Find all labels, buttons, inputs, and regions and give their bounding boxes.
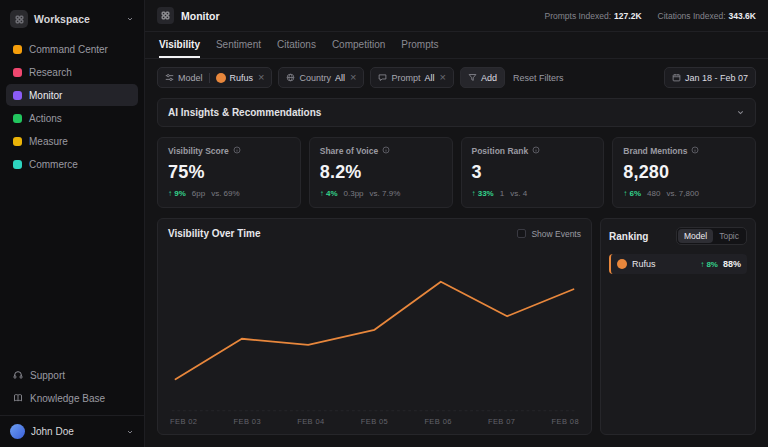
brand-mentions-card: Brand Mentions 8,280 ↑ 6% 480 vs. 7,800	[612, 137, 756, 208]
command-center-icon	[13, 45, 22, 54]
chevron-down-icon	[126, 15, 134, 23]
position-rank-card: Position Rank 3 ↑ 33% 1 vs. 4	[461, 137, 605, 208]
info-icon[interactable]	[691, 146, 699, 156]
book-icon	[13, 393, 23, 403]
country-filter-value: All	[335, 73, 345, 83]
remove-model-filter-icon[interactable]: ×	[258, 72, 264, 83]
add-filter-button[interactable]: Add	[460, 67, 505, 88]
delta-vs-value: vs. 69%	[211, 189, 239, 198]
sliders-icon	[165, 73, 174, 82]
card-value: 3	[472, 162, 594, 183]
delta-up-value: ↑ 6%	[623, 189, 641, 198]
prompts-indexed-stat: Prompts Indexed:127.2K	[544, 11, 641, 21]
tab-visibility[interactable]: Visibility	[159, 32, 200, 58]
stat-cards: Visibility Score 75% ↑ 9% 6pp vs. 69% Sh…	[157, 137, 756, 208]
chart-x-labels: FEB 02FEB 03FEB 04FEB 05FEB 06FEB 07FEB …	[168, 413, 581, 428]
model-filter-chip[interactable]: Model Rufus ×	[157, 67, 272, 88]
workspace-switcher[interactable]: Workspace	[0, 8, 144, 38]
visibility-score-card: Visibility Score 75% ↑ 9% 6pp vs. 69%	[157, 137, 301, 208]
delta-abs-value: 480	[647, 189, 660, 198]
app-root: Workspace Command Center Research Monito…	[0, 0, 768, 447]
sidebar-item-support[interactable]: Support	[6, 364, 138, 386]
page-header: Monitor Prompts Indexed:127.2K Citations…	[145, 0, 768, 32]
show-events-checkbox[interactable]	[517, 229, 526, 238]
delta-vs-value: vs. 4	[510, 189, 527, 198]
user-name: John Doe	[31, 426, 120, 437]
knowledge-base-label: Knowledge Base	[30, 393, 105, 404]
sidebar-item-label: Monitor	[29, 90, 62, 101]
ranking-item-name: Rufus	[632, 259, 695, 269]
show-events-label: Show Events	[531, 229, 581, 239]
card-title: Position Rank	[472, 146, 529, 156]
card-delta: ↑ 9% 6pp vs. 69%	[168, 189, 290, 198]
ranking-toggle: Model Topic	[676, 227, 747, 245]
show-events-toggle[interactable]: Show Events	[517, 229, 581, 239]
divider	[209, 73, 210, 83]
avatar	[10, 424, 25, 439]
tab-citations[interactable]: Citations	[277, 32, 316, 58]
tab-prompts[interactable]: Prompts	[401, 32, 438, 58]
line-chart-svg	[168, 245, 581, 413]
bottom-row: Visibility Over Time Show Events FEB 02F…	[157, 218, 756, 435]
rufus-brand-icon	[216, 73, 226, 83]
chart-title: Visibility Over Time	[168, 228, 260, 239]
chat-icon	[378, 73, 387, 82]
x-axis-label: FEB 06	[424, 417, 451, 426]
card-delta: ↑ 6% 480 vs. 7,800	[623, 189, 745, 198]
card-title: Brand Mentions	[623, 146, 687, 156]
country-filter-chip[interactable]: Country All ×	[278, 67, 364, 88]
tab-competition[interactable]: Competition	[332, 32, 385, 58]
sidebar-item-measure[interactable]: Measure	[6, 130, 138, 152]
ai-insights-accordion[interactable]: AI Insights & Recommendations	[157, 98, 756, 127]
main-content: Monitor Prompts Indexed:127.2K Citations…	[145, 0, 768, 447]
sidebar-item-research[interactable]: Research	[6, 61, 138, 83]
card-value: 8.2%	[320, 162, 442, 183]
ranking-panel: Ranking Model Topic Rufus ↑ 8% 88%	[600, 218, 756, 435]
chevron-down-icon	[126, 428, 134, 436]
x-axis-label: FEB 07	[488, 417, 515, 426]
sidebar-item-command-center[interactable]: Command Center	[6, 38, 138, 60]
tab-sentiment[interactable]: Sentiment	[216, 32, 261, 58]
actions-icon	[13, 114, 22, 123]
citations-indexed-stat: Citations Indexed:343.6K	[658, 11, 756, 21]
tab-bar: Visibility Sentiment Citations Competiti…	[145, 32, 768, 59]
ranking-item-rufus[interactable]: Rufus ↑ 8% 88%	[609, 254, 747, 274]
country-filter-label: Country	[299, 73, 331, 83]
headset-icon	[13, 370, 23, 380]
index-stats: Prompts Indexed:127.2K Citations Indexed…	[544, 11, 756, 21]
funnel-icon	[468, 73, 477, 82]
ranking-toggle-topic[interactable]: Topic	[713, 229, 745, 243]
date-range-picker[interactable]: Jan 18 - Feb 07	[664, 67, 756, 88]
sidebar-item-label: Commerce	[29, 159, 78, 170]
x-axis-label: FEB 03	[234, 417, 261, 426]
remove-prompt-filter-icon[interactable]: ×	[439, 72, 445, 83]
ai-insights-label: AI Insights & Recommendations	[168, 107, 321, 118]
card-title: Visibility Score	[168, 146, 229, 156]
page-title: Monitor	[181, 10, 220, 22]
prompt-filter-label: Prompt	[391, 73, 420, 83]
info-icon[interactable]	[233, 146, 241, 156]
sidebar-item-knowledge-base[interactable]: Knowledge Base	[6, 387, 138, 409]
globe-icon	[286, 73, 295, 82]
sidebar-item-commerce[interactable]: Commerce	[6, 153, 138, 175]
user-menu[interactable]: John Doe	[0, 415, 144, 441]
model-filter-label: Model	[178, 73, 203, 83]
delta-up-value: ↑ 4%	[320, 189, 338, 198]
ranking-toggle-model[interactable]: Model	[678, 229, 713, 243]
calendar-icon	[672, 73, 681, 82]
ranking-title: Ranking	[609, 231, 648, 242]
sidebar-item-label: Command Center	[29, 44, 108, 55]
workspace-logo-icon	[10, 10, 28, 28]
x-axis-label: FEB 02	[170, 417, 197, 426]
sidebar-item-actions[interactable]: Actions	[6, 107, 138, 129]
reset-filters-button[interactable]: Reset Filters	[513, 73, 564, 83]
sidebar-item-label: Measure	[29, 136, 68, 147]
sidebar-item-monitor[interactable]: Monitor	[6, 84, 138, 106]
remove-country-filter-icon[interactable]: ×	[350, 72, 356, 83]
delta-up-value: ↑ 9%	[168, 189, 186, 198]
info-icon[interactable]	[532, 146, 540, 156]
info-icon[interactable]	[382, 146, 390, 156]
prompt-filter-chip[interactable]: Prompt All ×	[370, 67, 453, 88]
date-range-value: Jan 18 - Feb 07	[685, 73, 748, 83]
add-filter-label: Add	[481, 73, 497, 83]
